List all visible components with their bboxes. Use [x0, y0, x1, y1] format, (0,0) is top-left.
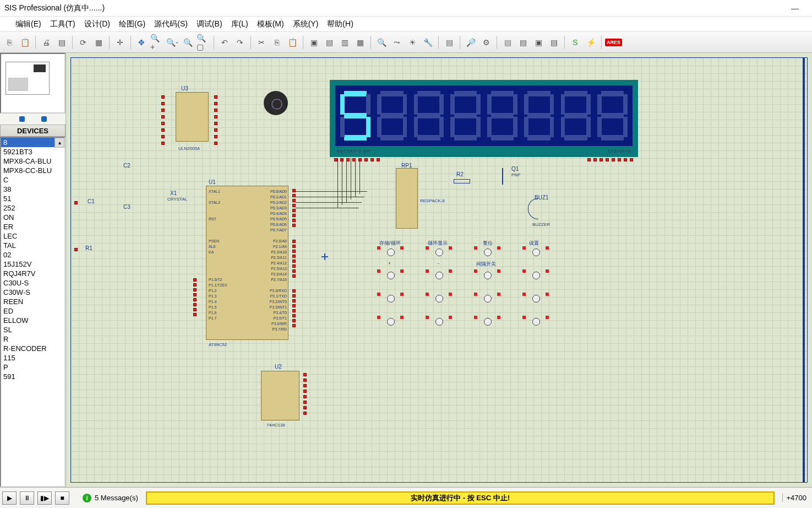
device-item[interactable]: REEN: [1, 297, 64, 306]
seven-seg-display[interactable]: ABCDEFG DP 12345678: [330, 80, 638, 157]
push-button[interactable]: [379, 271, 401, 282]
paste2-icon[interactable]: 📋: [285, 35, 299, 50]
ares-button[interactable]: ARES: [605, 39, 622, 46]
mode-dot-1[interactable]: [19, 116, 25, 122]
device-item[interactable]: P: [1, 363, 64, 372]
push-button[interactable]: [525, 317, 547, 328]
device-item[interactable]: C30W-S: [1, 288, 64, 297]
grid-icon[interactable]: ▦: [91, 35, 106, 50]
device-item[interactable]: LEC: [1, 231, 64, 241]
scroll-up-icon[interactable]: ▴: [55, 138, 64, 148]
refresh-icon[interactable]: ⟳: [76, 35, 90, 50]
bom-icon[interactable]: ▤: [500, 35, 515, 50]
overview-panel[interactable]: [0, 53, 66, 114]
push-button[interactable]: [428, 317, 450, 328]
device-item[interactable]: 02: [1, 250, 64, 260]
copy-icon[interactable]: ⎘: [2, 35, 17, 50]
block-move-icon[interactable]: ▤: [322, 35, 336, 50]
sim-play-button[interactable]: ▶: [2, 491, 17, 505]
netlist-icon[interactable]: ▣: [531, 35, 546, 50]
speaker-component[interactable]: [264, 91, 288, 115]
redo-icon[interactable]: ↷: [233, 35, 247, 50]
src-icon[interactable]: S: [568, 35, 582, 50]
cut-icon[interactable]: ✂: [254, 35, 269, 50]
push-button[interactable]: [476, 294, 498, 305]
resistor-pack[interactable]: [396, 168, 418, 229]
push-button[interactable]: [428, 271, 450, 282]
menu-draw[interactable]: 绘图(G): [119, 19, 145, 29]
push-button[interactable]: [428, 294, 450, 305]
mode-dot-2[interactable]: [41, 116, 47, 122]
print-area-icon[interactable]: ▤: [55, 35, 69, 50]
device-item[interactable]: ER: [1, 222, 64, 231]
menu-tools[interactable]: 工具(T): [50, 19, 75, 29]
zoom-fit-icon[interactable]: 🔍: [181, 35, 195, 50]
chip-u3[interactable]: [176, 92, 209, 142]
menu-design[interactable]: 设计(D): [84, 19, 110, 29]
buzzer[interactable]: [528, 198, 544, 220]
export-icon[interactable]: ▤: [547, 35, 561, 50]
device-item[interactable]: SL: [1, 325, 64, 334]
build-icon[interactable]: ⚡: [584, 35, 598, 50]
pan-icon[interactable]: ✥: [134, 35, 149, 50]
device-item[interactable]: RQJ4R7V: [1, 269, 64, 278]
zoom-out-icon[interactable]: 🔍-: [165, 35, 179, 50]
schematic-canvas[interactable]: U3 ULN2003A C2 C1 C3 X1 CRYSTAL R1 U1 AT…: [66, 53, 812, 487]
device-item[interactable]: 115: [1, 353, 64, 363]
pick-icon[interactable]: 🔍: [374, 35, 389, 50]
push-button[interactable]: [525, 247, 547, 258]
config-icon[interactable]: ⚙: [479, 35, 493, 50]
zoom-in-icon[interactable]: 🔍+: [150, 35, 164, 50]
undo-icon[interactable]: ↶: [217, 35, 232, 50]
menu-help[interactable]: 帮助(H): [327, 19, 353, 29]
block-delete-icon[interactable]: ▦: [353, 35, 367, 50]
menu-template[interactable]: 模板(M): [257, 19, 284, 29]
print-icon[interactable]: 🖨: [39, 35, 53, 50]
push-button[interactable]: [379, 247, 401, 258]
menu-source[interactable]: 源代码(S): [154, 19, 188, 29]
component-icon[interactable]: ☀: [405, 35, 419, 50]
erc-icon[interactable]: ▤: [516, 35, 530, 50]
zoom-area-icon[interactable]: 🔍▢: [196, 35, 210, 50]
block-rotate-icon[interactable]: ▥: [337, 35, 352, 50]
transistor-q1[interactable]: [498, 168, 514, 185]
resistor-r2[interactable]: [454, 179, 470, 183]
push-button[interactable]: [428, 247, 450, 258]
sim-step-button[interactable]: ▮▶: [37, 491, 52, 505]
chip-u2[interactable]: [261, 371, 299, 420]
tool-icon[interactable]: 🔧: [421, 35, 435, 50]
push-button[interactable]: [379, 294, 401, 305]
device-item[interactable]: ED: [1, 306, 64, 316]
device-item[interactable]: C30U-S: [1, 278, 64, 288]
device-item[interactable]: TAL: [1, 241, 64, 250]
push-button[interactable]: [379, 317, 401, 328]
sim-stop-button[interactable]: ■: [55, 491, 69, 505]
paste-icon[interactable]: 📋: [18, 35, 32, 50]
copy2-icon[interactable]: ⎘: [270, 35, 284, 50]
device-item[interactable]: R-ENCODER: [1, 344, 64, 353]
device-item[interactable]: MPX8-CC-BLU: [1, 166, 64, 175]
push-button[interactable]: [476, 271, 498, 282]
device-item[interactable]: 51: [1, 194, 64, 203]
device-list[interactable]: ▴ 85921BT3MPX8-CA-BLUMPX8-CC-BLUC3851252…: [0, 137, 66, 487]
menu-edit[interactable]: 编辑(E): [15, 19, 41, 29]
origin-icon[interactable]: ✛: [113, 35, 127, 50]
status-messages[interactable]: i 5 Message(s): [83, 494, 138, 502]
sim-pause-button[interactable]: ⏸: [20, 491, 34, 505]
device-item[interactable]: 15J152V: [1, 260, 64, 269]
wire-icon[interactable]: ⤳: [390, 35, 404, 50]
push-button[interactable]: [525, 294, 547, 305]
push-button[interactable]: [525, 271, 547, 282]
device-item[interactable]: ELLOW: [1, 316, 64, 325]
sheet-icon[interactable]: ▤: [442, 35, 456, 50]
menu-library[interactable]: 库(L): [231, 19, 248, 29]
device-item[interactable]: 5921BT3: [1, 147, 64, 156]
device-item[interactable]: 591: [1, 372, 64, 381]
find-icon[interactable]: 🔎: [464, 35, 478, 50]
device-item[interactable]: MPX8-CA-BLU: [1, 156, 64, 166]
menu-debug[interactable]: 调试(B): [197, 19, 222, 29]
device-item[interactable]: R: [1, 334, 64, 344]
device-item[interactable]: C: [1, 175, 64, 185]
block-copy-icon[interactable]: ▣: [307, 35, 321, 50]
device-item[interactable]: 252: [1, 203, 64, 213]
